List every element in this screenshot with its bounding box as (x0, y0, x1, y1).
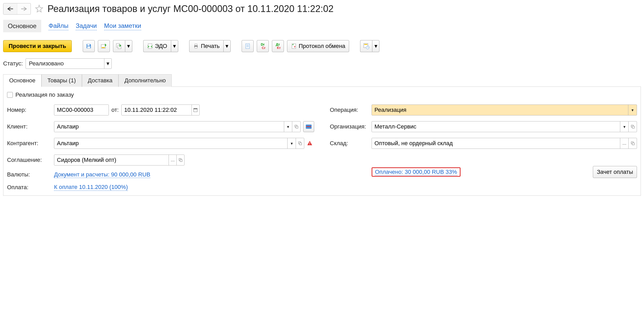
org-open[interactable] (628, 121, 637, 132)
warehouse-field[interactable] (372, 138, 620, 148)
client-field[interactable] (54, 122, 284, 132)
status-select[interactable]: Реализовано ▾ (26, 58, 112, 69)
form-body: Реализация по заказу Номер: от: (3, 87, 641, 196)
dtkt-icon: Дт Кт (275, 43, 281, 50)
forward-button[interactable] (17, 3, 31, 14)
warehouse-input[interactable]: … (372, 138, 637, 149)
paid-link[interactable]: Оплачено: 30 000,00 RUB 33% (375, 169, 457, 175)
edo-main[interactable]: ЭДО (143, 40, 171, 52)
svg-rect-33 (632, 143, 634, 145)
client-open[interactable] (292, 121, 300, 132)
tab-main[interactable]: Основное (3, 74, 41, 87)
status-value: Реализовано (26, 59, 104, 69)
calendar-icon (193, 108, 198, 112)
svg-rect-9 (195, 47, 197, 48)
reports-button[interactable] (242, 40, 254, 52)
date-field[interactable] (122, 105, 192, 115)
arrow-left-icon (7, 7, 14, 11)
svg-rect-19 (194, 108, 197, 109)
svg-rect-23 (306, 126, 311, 127)
from-label: от: (111, 107, 119, 113)
client-card-button[interactable] (303, 121, 314, 132)
warehouse-ellipsis[interactable]: … (620, 138, 628, 149)
create-based-on-button: ▾ (113, 40, 132, 52)
nav-tasks[interactable]: Задачи (76, 22, 97, 30)
counterparty-input[interactable]: ▾ (54, 138, 304, 149)
calendar-button[interactable] (192, 105, 199, 115)
org-label: Организация: (330, 123, 372, 130)
open-icon (631, 142, 635, 145)
operation-dropdown[interactable]: ▾ (628, 105, 637, 115)
org-dropdown[interactable]: ▾ (620, 121, 628, 132)
exchange-label: Протокол обмена (299, 43, 345, 50)
org-field[interactable] (372, 122, 620, 132)
save-button[interactable] (83, 40, 95, 52)
toolbar: Провести и закрыть ▾ ЭДО ▾ Печать ▾ Dr C… (3, 40, 641, 52)
drcr-icon: Dr Cr (260, 43, 266, 50)
schedule-main[interactable] (360, 40, 372, 52)
drcr-button[interactable]: Dr Cr (257, 40, 269, 52)
client-dropdown[interactable]: ▾ (284, 121, 292, 132)
client-input[interactable]: ▾ (54, 121, 301, 132)
counterparty-dropdown[interactable]: ▾ (287, 138, 296, 149)
tab-extra[interactable]: Дополнительно (118, 74, 172, 87)
print-drop[interactable]: ▾ (223, 40, 231, 52)
agreement-ellipsis[interactable]: … (169, 155, 176, 165)
currency-link[interactable]: Документ и расчеты: 90 000,00 RUB (54, 171, 150, 178)
number-field[interactable] (54, 105, 109, 115)
client-label: Клиент: (7, 123, 54, 130)
schedule-drop[interactable]: ▾ (372, 40, 379, 52)
edo-icon (147, 43, 153, 49)
by-order-label: Реализация по заказу (15, 91, 74, 98)
svg-rect-25 (300, 143, 302, 145)
operation-field[interactable] (372, 105, 628, 115)
tab-delivery[interactable]: Доставка (82, 74, 118, 87)
chevron-down-icon: ▾ (225, 43, 228, 50)
counterparty-open[interactable] (296, 138, 304, 149)
number-input[interactable] (54, 105, 109, 115)
dtkt-button[interactable]: Дт Кт (272, 40, 284, 52)
by-order-checkbox[interactable] (7, 92, 13, 98)
back-button[interactable] (3, 3, 17, 14)
svg-rect-1 (87, 46, 90, 48)
status-label: Статус: (3, 60, 23, 67)
by-order-row: Реализация по заказу (7, 91, 637, 98)
create-based-on-drop[interactable]: ▾ (125, 40, 132, 52)
agreement-open[interactable] (176, 155, 184, 165)
to-pay-link[interactable]: К оплате 10.11.2020 (100%) (54, 184, 128, 191)
warehouse-open[interactable] (628, 138, 637, 149)
counterparty-field[interactable] (54, 138, 287, 148)
warehouse-label: Склад: (330, 140, 372, 147)
right-column: Операция: ▾ Организация: ▾ Склад: … (330, 105, 637, 191)
offset-payment-button[interactable]: Зачет оплаты (593, 166, 637, 178)
create-based-on-main[interactable] (113, 40, 125, 52)
open-icon (179, 158, 182, 162)
post-and-close-button[interactable]: Провести и закрыть (3, 40, 72, 52)
nav-buttons (3, 3, 31, 15)
post-button[interactable] (98, 40, 110, 52)
svg-rect-14 (292, 44, 296, 48)
arrow-right-icon (21, 7, 27, 11)
exchange-protocol-button[interactable]: Протокол обмена (287, 40, 349, 52)
favorite-star[interactable] (34, 4, 44, 14)
edo-drop[interactable]: ▾ (171, 40, 178, 52)
schedule-button: ▾ (360, 40, 379, 52)
org-input[interactable]: ▾ (372, 121, 637, 132)
operation-input[interactable]: ▾ (372, 105, 637, 115)
card-icon (306, 125, 312, 129)
date-input[interactable] (121, 105, 200, 115)
edo-label: ЭДО (155, 43, 167, 50)
agreement-input[interactable]: … (54, 155, 184, 165)
tab-goods[interactable]: Товары (1) (41, 74, 82, 87)
top-nav: Основное Файлы Задачи Мои заметки (3, 20, 641, 32)
chevron-down-icon: ▾ (127, 43, 130, 50)
nav-notes[interactable]: Мои заметки (104, 22, 141, 30)
nav-files[interactable]: Файлы (49, 22, 68, 30)
exchange-icon (291, 43, 297, 49)
chevron-down-icon: ▾ (104, 59, 111, 69)
agreement-field[interactable] (54, 155, 169, 165)
nav-main[interactable]: Основное (3, 20, 41, 32)
print-label: Печать (201, 43, 220, 50)
open-icon (631, 125, 635, 128)
print-main[interactable]: Печать (189, 40, 223, 52)
